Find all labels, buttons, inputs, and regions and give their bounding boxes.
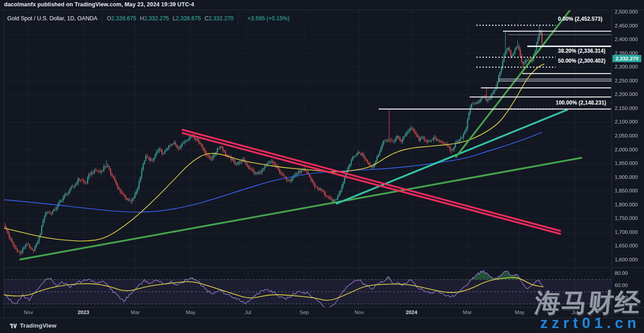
price-axis-label[interactable]: 2,250.000: [615, 78, 638, 83]
candles-layer: [4, 25, 544, 256]
close-value: 2,332.270: [209, 15, 234, 22]
time-axis-label[interactable]: 2023: [78, 310, 89, 315]
supply-zone-band[interactable]: [499, 79, 611, 81]
fib-level-label: 38.20% (2,336.314): [558, 48, 605, 54]
publisher-note: dacolmanfx published on TradingView.com,…: [4, 1, 194, 8]
price-axis-label[interactable]: 1,650.000: [615, 243, 638, 248]
time-axis-label[interactable]: Nov: [355, 310, 364, 315]
last-price-badge: 2,332.270: [612, 55, 641, 62]
price-axis-label[interactable]: 2,500.000: [615, 9, 638, 14]
price-axis-label[interactable]: 2,400.000: [615, 36, 638, 42]
price-axis-label[interactable]: 2,450.000: [615, 23, 638, 28]
time-axis-label[interactable]: Mar: [463, 310, 472, 315]
close-label: C: [205, 15, 209, 22]
low-value: 2,328.675: [176, 15, 201, 22]
open-value: 2,328.675: [111, 15, 137, 22]
low-label: L: [173, 15, 176, 22]
trendline-support-green-long[interactable]: [20, 158, 581, 259]
price-axis-label[interactable]: 1,600.000: [615, 257, 638, 262]
change-value: +3.595 (+0.15%): [247, 15, 289, 22]
time-axis-label[interactable]: May: [186, 310, 196, 315]
time-axis-label[interactable]: May: [515, 310, 525, 315]
price-axis-label[interactable]: 2,100.000: [615, 119, 638, 124]
high-label: H: [140, 15, 144, 22]
fib-level-label: 0.00% (2,452.573): [558, 16, 603, 22]
ma-slow-line: [4, 132, 542, 212]
symbol-legend[interactable]: Gold Spot / U.S. Dollar, 1D, OANDA O2,32…: [7, 14, 289, 23]
tradingview-logo-text: TradingView: [20, 322, 56, 329]
tradingview-logo[interactable]: TradingView: [9, 322, 56, 329]
price-axis-label[interactable]: 2,200.000: [615, 91, 638, 97]
price-axis-label[interactable]: 1,700.000: [615, 229, 638, 235]
time-axis-label[interactable]: Sep: [300, 310, 309, 315]
chart-canvas[interactable]: [0, 0, 644, 333]
time-axis-label[interactable]: Mar: [131, 310, 140, 315]
fib-level-label: 100.00% (2,148.231): [556, 100, 606, 106]
price-axis-label[interactable]: 1,850.000: [615, 188, 638, 193]
rsi-layer: [4, 270, 611, 309]
trendline-channel-teal[interactable]: [337, 110, 567, 204]
price-axis-label[interactable]: 1,750.000: [615, 215, 638, 221]
symbol-title[interactable]: Gold Spot / U.S. Dollar, 1D, OANDA: [7, 15, 97, 22]
trendlines-layer[interactable]: [20, 3, 581, 260]
price-axis-label[interactable]: 2,300.000: [615, 64, 638, 69]
tradingview-logo-icon: [9, 322, 17, 329]
high-value: 2,332.275: [144, 15, 169, 22]
time-axis-label[interactable]: Jul: [245, 310, 251, 315]
fib-level-label: 50.00% (2,300.402): [558, 58, 605, 64]
rsi-axis-label[interactable]: 80.00: [615, 270, 628, 276]
time-axis-label[interactable]: 2024: [406, 310, 417, 315]
levels-layer[interactable]: [379, 31, 611, 109]
price-axis-label[interactable]: 1,800.000: [615, 202, 638, 207]
open-label: O: [107, 15, 111, 22]
price-axis-label[interactable]: 1,950.000: [615, 160, 638, 166]
time-axis-label[interactable]: Nov: [24, 310, 33, 315]
price-axis-label[interactable]: 1,900.000: [615, 174, 638, 180]
watermark-url: zzrt01.cn: [540, 315, 640, 332]
legend-divider: [102, 13, 102, 24]
trendline-resistance-pink-upper[interactable]: [183, 130, 560, 231]
price-axis-label[interactable]: 2,050.000: [615, 133, 638, 138]
tradingview-published-chart: dacolmanfx published on TradingView.com,…: [0, 0, 644, 333]
price-axis-label[interactable]: 2,150.000: [615, 105, 638, 111]
price-axis-label[interactable]: 2,000.000: [615, 147, 638, 152]
legend-divider: [238, 13, 238, 24]
